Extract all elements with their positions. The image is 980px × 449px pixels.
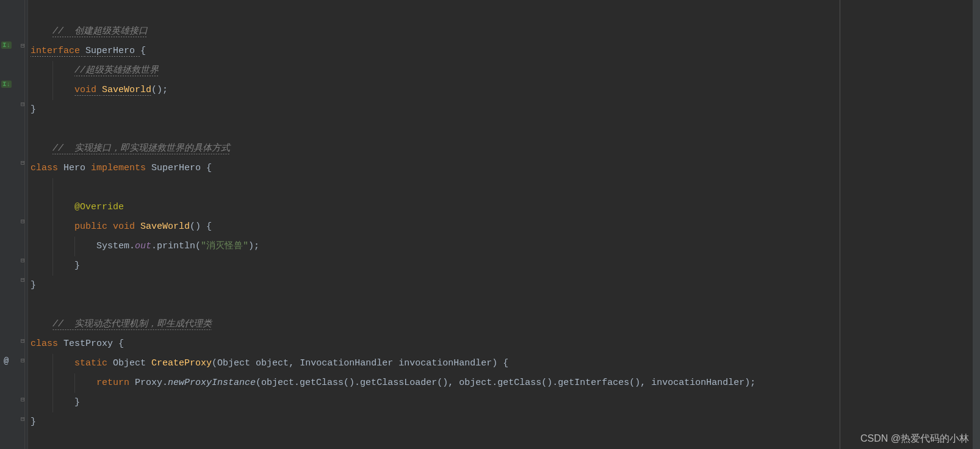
code-line: class TestProxy { <box>31 334 980 354</box>
at-gutter-icon[interactable]: @ <box>4 356 9 366</box>
brace: { <box>206 163 212 173</box>
code-line: class Hero implements SuperHero { <box>31 159 980 178</box>
keyword: class <box>31 339 63 349</box>
code-line: interface SuperHero { <box>31 41 980 61</box>
code-line <box>31 295 980 315</box>
punct: ( <box>212 358 217 368</box>
implements-marker-icon[interactable]: I↓ <box>1 41 12 49</box>
keyword: implements <box>91 163 151 173</box>
punct: (); <box>151 85 168 95</box>
code-line: } <box>31 393 980 412</box>
code-line: System.out.println("消灭怪兽"); <box>31 237 980 256</box>
code-line: // 创建超级英雄接口 <box>31 22 980 41</box>
method-call: .println( <box>151 241 201 251</box>
code-line: //超级英雄拯救世界 <box>31 61 980 81</box>
code-line: @Override <box>31 198 980 217</box>
brace: } <box>31 417 36 427</box>
brace: } <box>31 104 36 115</box>
identifier: Proxy. <box>135 378 168 388</box>
csdn-watermark: CSDN @热爱代码的小林 <box>860 433 969 445</box>
code-line: static Object CreateProxy(Object object,… <box>31 354 980 373</box>
keyword: static <box>74 358 113 368</box>
annotation: @Override <box>74 202 124 212</box>
right-margin-line <box>840 0 840 449</box>
class-name: SuperHero <box>151 163 206 173</box>
code-line: } <box>31 276 980 295</box>
code-line: } <box>31 412 980 432</box>
punct: () { <box>190 221 212 232</box>
brace: } <box>74 260 80 271</box>
scrollbar[interactable] <box>973 0 980 449</box>
code-editor[interactable]: // 创建超级英雄接口 interface SuperHero { //超级英雄… <box>31 0 980 432</box>
code-line <box>31 120 980 139</box>
method-name: CreateProxy <box>151 358 212 368</box>
code-line: } <box>31 100 980 120</box>
comment: // 实现动态代理机制，即生成代理类 <box>52 319 212 330</box>
keyword: public <box>74 221 113 232</box>
string-literal: "消灭怪兽" <box>201 241 248 251</box>
comment: // 实现接口，即实现拯救世界的具体方式 <box>52 143 230 154</box>
brace: { <box>140 46 146 56</box>
type: Object <box>113 358 151 368</box>
punct: ) { <box>492 358 508 368</box>
keyword: void <box>74 85 102 96</box>
comment: //超级英雄拯救世界 <box>74 65 159 76</box>
code-line: return Proxy.newProxyInstance(object.get… <box>31 373 980 393</box>
param: object <box>256 358 289 368</box>
identifier: System. <box>96 241 135 251</box>
keyword: void <box>113 221 140 232</box>
punct: ); <box>248 241 259 251</box>
keyword: interface <box>31 46 85 57</box>
brace: { <box>118 339 124 349</box>
code-line: // 实现动态代理机制，即生成代理类 <box>31 315 980 334</box>
call-args: (object.getClass().getClassLoader(), obj… <box>256 378 755 388</box>
param: invocationHandler <box>398 358 492 368</box>
method-name: SaveWorld <box>140 221 190 232</box>
brace: } <box>31 280 36 290</box>
punct: , <box>289 358 300 368</box>
keyword: return <box>96 378 135 388</box>
implements-marker-icon[interactable]: I↓ <box>1 81 12 88</box>
code-line: void SaveWorld(); <box>31 81 980 100</box>
code-line: // 实现接口，即实现拯救世界的具体方式 <box>31 139 980 159</box>
code-line: } <box>31 256 980 276</box>
code-line <box>31 178 980 198</box>
type: Object <box>217 358 256 368</box>
gutter-border <box>24 0 25 449</box>
code-line <box>31 2 980 22</box>
static-method: newProxyInstance <box>168 378 256 388</box>
class-name: SuperHero <box>85 46 140 57</box>
class-name: Hero <box>63 163 91 173</box>
comment: // 创建超级英雄接口 <box>52 26 148 37</box>
type: InvocationHandler <box>300 358 398 368</box>
method-name: SaveWorld <box>102 85 151 96</box>
code-line: public void SaveWorld() { <box>31 217 980 237</box>
keyword: class <box>31 163 63 173</box>
static-field: out <box>135 241 151 251</box>
class-name: TestProxy <box>63 339 118 349</box>
brace: } <box>74 397 80 408</box>
